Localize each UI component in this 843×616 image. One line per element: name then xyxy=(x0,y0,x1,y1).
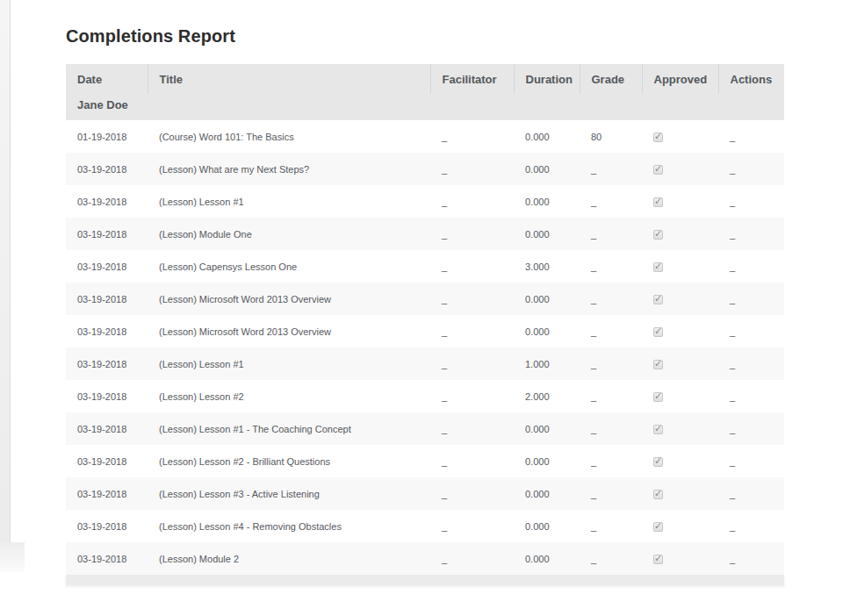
table-row: 03-19-2018 (Lesson) Lesson #2 _ 2.000 _ … xyxy=(66,380,784,412)
cell-grade: 80 xyxy=(580,120,642,153)
cell-grade: _ xyxy=(580,445,642,477)
cell-date: 01-19-2018 xyxy=(66,120,148,153)
cell-duration: 0.000 xyxy=(514,445,580,477)
cell-approved xyxy=(642,153,718,185)
column-header-facilitator: Facilitator xyxy=(430,64,514,94)
cell-duration: 0.000 xyxy=(514,153,580,185)
cell-grade: _ xyxy=(580,510,642,542)
cell-date: 03-19-2018 xyxy=(66,185,148,218)
approved-checkbox check-icon[interactable] xyxy=(653,295,663,304)
table-row: 03-19-2018 (Lesson) Lesson #2 - Brillian… xyxy=(66,445,784,477)
cell-grade: _ xyxy=(580,347,642,380)
cell-approved xyxy=(642,250,718,283)
cell-title: (Lesson) Lesson #3 - Active Listening xyxy=(148,477,430,510)
table-row: 03-19-2018 (Lesson) Lesson #1 _ 1.000 _ … xyxy=(66,347,784,380)
cell-title: (Lesson) Lesson #1 xyxy=(148,185,430,218)
cell-facilitator: _ xyxy=(430,542,514,575)
table-row: 01-19-2018 (Course) Word 101: The Basics… xyxy=(66,120,784,153)
cell-actions: _ xyxy=(718,185,784,218)
page-title: Completions Report xyxy=(66,25,784,47)
table-row: 03-19-2018 (Lesson) Capensys Lesson One … xyxy=(66,250,784,283)
cell-actions: _ xyxy=(718,283,784,315)
approved-checkbox check-icon[interactable] xyxy=(653,165,663,175)
cell-duration: 0.000 xyxy=(514,218,580,250)
completions-table: Date Title Facilitator Duration Grade Ap… xyxy=(66,64,784,575)
table-row: 03-19-2018 (Lesson) Lesson #4 - Removing… xyxy=(66,510,784,542)
cell-approved xyxy=(642,510,718,542)
cell-facilitator: _ xyxy=(430,120,514,153)
cell-duration: 0.000 xyxy=(514,542,580,575)
cell-facilitator: _ xyxy=(430,347,514,380)
cell-facilitator: _ xyxy=(430,445,514,477)
approved-checkbox check-icon[interactable] xyxy=(653,327,663,337)
approved-checkbox check-icon[interactable] xyxy=(653,262,663,272)
approved-checkbox check-icon[interactable] xyxy=(653,392,663,402)
cell-approved xyxy=(642,283,718,315)
table-row: 03-19-2018 (Lesson) What are my Next Ste… xyxy=(66,153,784,185)
cell-facilitator: _ xyxy=(430,380,514,412)
cell-title: (Lesson) Lesson #4 - Removing Obstacles xyxy=(148,510,430,542)
cell-date: 03-19-2018 xyxy=(66,218,148,250)
cell-facilitator: _ xyxy=(430,153,514,185)
cell-title: (Lesson) Module 2 xyxy=(148,542,430,575)
approved-checkbox check-icon[interactable] xyxy=(653,457,663,467)
cell-facilitator: _ xyxy=(430,218,514,250)
cell-date: 03-19-2018 xyxy=(66,315,148,347)
cell-facilitator: _ xyxy=(430,412,514,445)
cell-title: (Lesson) What are my Next Steps? xyxy=(148,153,430,185)
column-header-duration: Duration xyxy=(514,64,580,94)
cell-duration: 0.000 xyxy=(514,120,580,153)
cell-actions: _ xyxy=(718,542,784,575)
approved-checkbox check-icon[interactable] xyxy=(653,555,663,564)
column-header-title: Title xyxy=(148,64,430,94)
cell-approved xyxy=(642,315,718,347)
table-body: 01-19-2018 (Course) Word 101: The Basics… xyxy=(66,120,784,575)
cell-date: 03-19-2018 xyxy=(66,250,148,283)
table-row: 03-19-2018 (Lesson) Microsoft Word 2013 … xyxy=(66,283,784,315)
cell-date: 03-19-2018 xyxy=(66,510,148,542)
cell-actions: _ xyxy=(718,510,784,542)
cell-actions: _ xyxy=(718,412,784,445)
cell-grade: _ xyxy=(580,315,642,347)
approved-checkbox check-icon[interactable] xyxy=(653,133,663,142)
approved-checkbox check-icon[interactable] xyxy=(653,522,663,532)
cell-facilitator: _ xyxy=(430,477,514,510)
cell-facilitator: _ xyxy=(430,283,514,315)
approved-checkbox check-icon[interactable] xyxy=(653,490,663,499)
cell-facilitator: _ xyxy=(430,185,514,218)
cell-duration: 0.000 xyxy=(514,412,580,445)
cell-grade: _ xyxy=(580,185,642,218)
cell-duration: 3.000 xyxy=(514,250,580,283)
report-panel: Completions Report Date Title Facilitato… xyxy=(66,25,784,585)
cell-date: 03-19-2018 xyxy=(66,445,148,477)
approved-checkbox check-icon[interactable] xyxy=(653,425,663,434)
cell-grade: _ xyxy=(580,412,642,445)
cell-grade: _ xyxy=(580,283,642,315)
cell-date: 03-19-2018 xyxy=(66,153,148,185)
column-header-grade: Grade xyxy=(580,64,642,94)
cell-date: 03-19-2018 xyxy=(66,542,148,575)
cell-approved xyxy=(642,542,718,575)
cell-duration: 2.000 xyxy=(514,380,580,412)
cell-grade: _ xyxy=(580,218,642,250)
cell-actions: _ xyxy=(718,120,784,153)
cell-approved xyxy=(642,120,718,153)
cell-duration: 0.000 xyxy=(514,477,580,510)
cell-actions: _ xyxy=(718,347,784,380)
approved-checkbox check-icon[interactable] xyxy=(653,360,663,369)
cell-approved xyxy=(642,380,718,412)
approved-checkbox check-icon[interactable] xyxy=(653,197,663,207)
cell-approved xyxy=(642,412,718,445)
cell-actions: _ xyxy=(718,218,784,250)
cell-duration: 1.000 xyxy=(514,347,580,380)
cell-title: (Lesson) Capensys Lesson One xyxy=(148,250,430,283)
cell-title: (Lesson) Microsoft Word 2013 Overview xyxy=(148,283,430,315)
table-row: 03-19-2018 (Lesson) Lesson #1 - The Coac… xyxy=(66,412,784,445)
page-edge-strip xyxy=(0,0,11,572)
cell-actions: _ xyxy=(718,153,784,185)
cell-duration: 0.000 xyxy=(514,283,580,315)
cell-grade: _ xyxy=(580,153,642,185)
approved-checkbox check-icon[interactable] xyxy=(653,230,663,240)
cell-approved xyxy=(642,445,718,477)
table-row: 03-19-2018 (Lesson) Module One _ 0.000 _… xyxy=(66,218,784,250)
